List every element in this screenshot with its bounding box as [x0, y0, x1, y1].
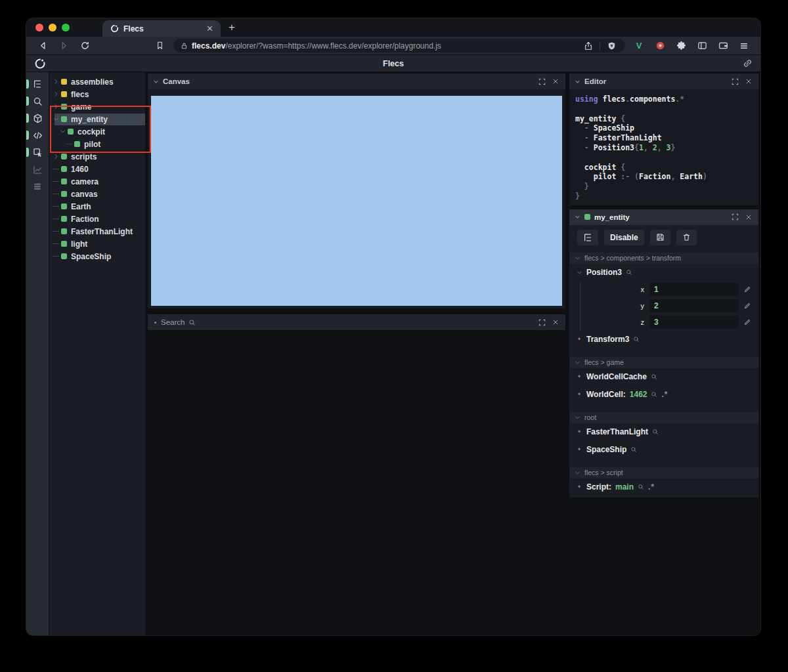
reload-icon[interactable] — [77, 39, 92, 52]
tree-item-SpaceShip[interactable]: SpaceShip — [49, 250, 145, 262]
wallet-icon[interactable] — [716, 39, 730, 52]
tab-close-icon[interactable]: ✕ — [204, 23, 215, 34]
component-row-Position3[interactable]: Position3 — [569, 264, 758, 282]
tree-item-light[interactable]: light — [49, 238, 145, 250]
tree-item-label: my_entity — [71, 115, 108, 124]
sidebar-inspector-icon[interactable] — [26, 144, 49, 161]
collapse-chevron-icon[interactable] — [575, 79, 580, 85]
search-panel-title: Search — [161, 318, 185, 326]
component-row-SpaceShip[interactable]: •SpaceShip — [569, 441, 758, 459]
field-input-y[interactable]: 2 — [649, 299, 739, 312]
sidebar-search-icon[interactable] — [26, 93, 49, 110]
inspector-section-header[interactable]: flecs > components > transform — [569, 253, 758, 264]
share-link-icon[interactable] — [743, 58, 753, 68]
expand-panel-icon[interactable] — [537, 319, 547, 326]
minimize-window-button[interactable] — [49, 24, 56, 32]
forward-icon[interactable] — [56, 39, 71, 52]
back-icon[interactable] — [35, 39, 50, 52]
expand-panel-icon[interactable] — [730, 213, 740, 220]
expand-panel-icon[interactable] — [730, 78, 740, 85]
new-tab-button[interactable]: + — [221, 18, 243, 37]
browser-tab[interactable]: Flecs ✕ — [102, 20, 221, 37]
sidebar-cube-icon[interactable] — [26, 110, 49, 127]
chevron-right-icon[interactable] — [53, 79, 60, 85]
tree-item-pilot[interactable]: pilot — [49, 138, 145, 150]
field-input-z[interactable]: 3 — [649, 316, 739, 329]
component-row-WorldCellCache[interactable]: •WorldCellCache — [569, 368, 758, 386]
chevron-right-icon[interactable] — [53, 91, 60, 97]
chevron-down-icon[interactable] — [53, 116, 60, 122]
query-magnifier-icon[interactable] — [626, 269, 632, 276]
component-row-WorldCell[interactable]: •WorldCell:1462.* — [569, 386, 758, 404]
close-panel-icon[interactable] — [551, 319, 560, 326]
query-button[interactable] — [577, 230, 598, 245]
bookmark-icon[interactable] — [152, 39, 167, 52]
query-magnifier-icon[interactable] — [652, 429, 659, 435]
expand-panel-icon[interactable] — [537, 78, 547, 85]
close-panel-icon[interactable] — [744, 78, 753, 85]
component-row-FasterThanLight[interactable]: •FasterThanLight — [569, 423, 758, 441]
panel-bullet-icon[interactable] — [153, 322, 157, 324]
chevron-right-icon[interactable] — [53, 154, 60, 159]
blocker-extension-icon[interactable] — [653, 39, 667, 52]
tree-item-scripts[interactable]: scripts — [49, 150, 145, 163]
chevron-down-icon[interactable] — [576, 270, 582, 276]
regex-icon[interactable]: .* — [648, 482, 655, 492]
delete-button[interactable] — [676, 230, 697, 245]
inspector-section-header[interactable]: root — [569, 412, 758, 423]
vue-devtools-icon[interactable]: V — [632, 39, 646, 52]
collapse-chevron-icon[interactable] — [153, 79, 159, 85]
sidebar-rows-icon[interactable] — [26, 178, 49, 195]
menu-icon[interactable] — [737, 39, 751, 52]
code-editor[interactable]: using flecs.components.* my_entity { - S… — [569, 89, 758, 205]
disable-button[interactable]: Disable — [604, 230, 644, 245]
component-row-Script[interactable]: •Script:main.* — [569, 478, 758, 496]
sidebar-outliner-icon[interactable] — [26, 75, 49, 93]
inspector-section: root•FasterThanLight•SpaceShip — [569, 412, 758, 459]
3d-canvas-viewport[interactable] — [151, 96, 562, 306]
zoom-window-button[interactable] — [62, 24, 70, 32]
inspector-section-header[interactable]: flecs > script — [569, 467, 758, 478]
share-icon[interactable] — [581, 39, 596, 52]
component-row-Transform3[interactable]: •Transform3 — [569, 331, 758, 348]
query-magnifier-icon[interactable] — [651, 373, 657, 380]
tree-item-my_entity[interactable]: my_entity — [49, 113, 145, 125]
collapse-chevron-icon[interactable] — [575, 214, 580, 220]
sidebar-chart-icon[interactable] — [26, 161, 49, 178]
close-window-button[interactable] — [35, 24, 43, 32]
canvas-panel-title: Canvas — [163, 77, 190, 85]
tree-item-flecs[interactable]: flecs — [49, 88, 145, 100]
query-magnifier-icon[interactable] — [651, 391, 657, 398]
field-input-x[interactable]: 1 — [649, 283, 739, 296]
tree-item-FasterThanLight[interactable]: FasterThanLight — [49, 225, 145, 238]
query-magnifier-icon[interactable] — [630, 446, 637, 453]
entity-color-square — [61, 203, 67, 209]
regex-icon[interactable]: .* — [661, 390, 668, 399]
extensions-puzzle-icon[interactable] — [674, 39, 688, 52]
tree-item-game[interactable]: game — [49, 100, 145, 113]
edit-pencil-icon[interactable] — [741, 302, 754, 310]
save-button[interactable] — [650, 230, 670, 245]
chevron-down-icon[interactable] — [59, 129, 66, 135]
close-panel-icon[interactable] — [551, 78, 560, 85]
code-line: - SpaceShip — [575, 123, 753, 133]
sidebar-code-icon[interactable] — [26, 127, 49, 144]
close-panel-icon[interactable] — [744, 214, 753, 220]
inspector-section-header[interactable]: flecs > game — [569, 357, 758, 368]
edit-pencil-icon[interactable] — [741, 285, 754, 293]
edit-pencil-icon[interactable] — [741, 318, 754, 326]
sidebar-toggle-icon[interactable] — [695, 39, 709, 52]
tree-item-cockpit[interactable]: cockpit — [49, 125, 145, 138]
tree-item-Earth[interactable]: Earth — [49, 200, 145, 213]
query-magnifier-icon[interactable] — [633, 336, 640, 343]
tree-item-Faction[interactable]: Faction — [49, 213, 145, 225]
brave-shield-icon[interactable] — [604, 39, 619, 52]
tree-item-1460[interactable]: 1460 — [49, 163, 145, 175]
tree-item-camera[interactable]: camera — [49, 175, 145, 188]
url-bar[interactable]: flecs.dev/explorer/?wasm=https://www.fle… — [173, 39, 625, 52]
tree-item-canvas[interactable]: canvas — [49, 188, 145, 200]
tree-item-label: assemblies — [71, 77, 114, 87]
tree-item-assemblies[interactable]: assemblies — [49, 75, 145, 88]
query-magnifier-icon[interactable] — [638, 484, 644, 490]
chevron-right-icon[interactable] — [53, 104, 60, 110]
